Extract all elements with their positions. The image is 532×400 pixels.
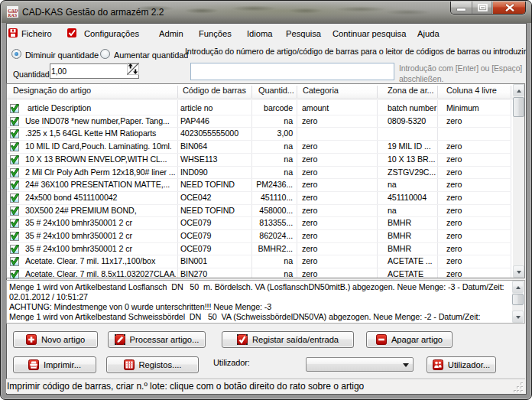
svg-text:KAS: KAS [7,12,17,18]
